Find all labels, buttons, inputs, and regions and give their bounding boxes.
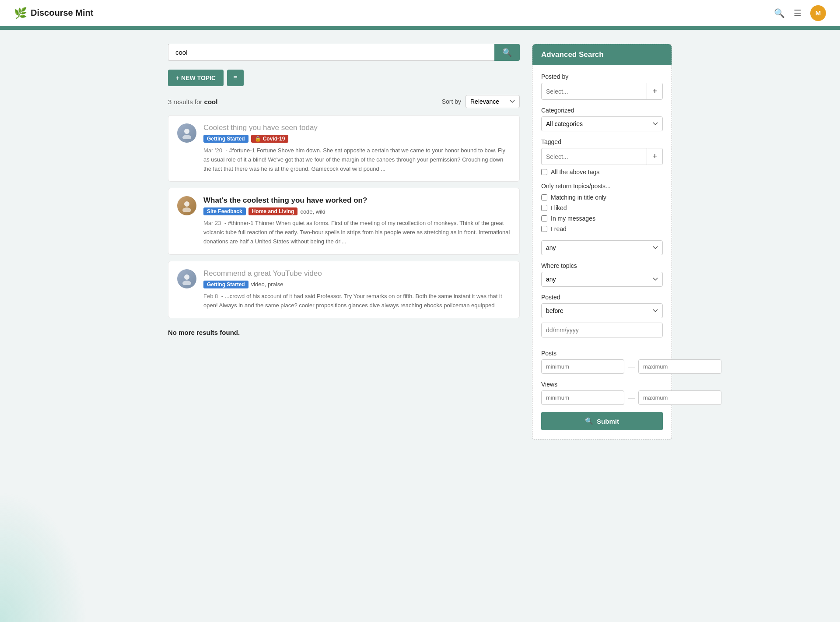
svg-point-4 (184, 274, 189, 280)
where-topics-field: Where topics any my topics bookmarks (541, 262, 663, 287)
posts-field: Posts — (541, 350, 663, 374)
range-separator: — (628, 363, 635, 371)
action-bar: + NEW TOPIC ≡ (168, 70, 520, 86)
category-tag[interactable]: Home and Living (248, 207, 298, 215)
results-count: 3 results for cool (168, 98, 217, 105)
top-navigation: 🌿 Discourse Mint 🔍 ☰ M (0, 0, 840, 26)
result-item: What's the coolest thing you have worked… (168, 188, 520, 254)
posted-field: Posted before after (541, 294, 663, 343)
result-excerpt: Mar 23 - #thinner-1 Thinner When quiet a… (203, 219, 511, 246)
views-range: — (541, 390, 663, 405)
svg-point-2 (184, 201, 189, 207)
posts-label: Posts (541, 350, 663, 357)
tagged-field: Tagged Select... + All the above tags (541, 138, 663, 176)
posts-min-input[interactable] (541, 359, 624, 374)
only-return-label: Only return topics/posts... (541, 183, 663, 190)
search-bar: 🔍 (168, 44, 520, 61)
brand-name: Discourse Mint (31, 8, 93, 18)
submit-search-icon: 🔍 (585, 417, 593, 425)
all-above-tags-row: All the above tags (541, 169, 663, 176)
result-body: Coolest thing you have seen today Gettin… (203, 123, 511, 173)
search-icon[interactable]: 🔍 (774, 8, 785, 18)
category-tag[interactable]: 🔒 Covid-19 (251, 135, 289, 143)
posted-by-select[interactable]: Select... (542, 84, 647, 98)
posted-by-label: Posted by (541, 73, 663, 80)
menu-icon[interactable]: ☰ (794, 8, 802, 18)
i-liked-row: I liked (541, 204, 663, 211)
result-body: Recommend a great YouTube video Getting … (203, 269, 511, 310)
category-tag[interactable]: Getting Started (203, 135, 248, 143)
avatar (177, 196, 196, 215)
category-tag[interactable]: Getting Started (203, 281, 248, 288)
matching-title-label: Matching in title only (551, 194, 606, 201)
result-title[interactable]: What's the coolest thing you have worked… (203, 196, 511, 205)
posted-by-field: Posted by Select... + (541, 73, 663, 100)
svg-point-5 (182, 281, 191, 285)
no-more-results: No more results found. (168, 324, 520, 341)
list-view-button[interactable]: ≡ (227, 70, 243, 86)
main-content: 🔍 + NEW TOPIC ≡ 3 results for cool Sort … (158, 30, 682, 453)
i-read-row: I read (541, 225, 663, 232)
result-excerpt: Mar '20 - #fortune-1 Fortune Shove him d… (203, 146, 511, 173)
views-min-input[interactable] (541, 390, 624, 405)
sort-label: Sort by (442, 98, 461, 105)
user-avatar[interactable]: M (810, 5, 826, 21)
posts-max-input[interactable] (638, 359, 721, 374)
in-messages-label: In my messages (551, 215, 595, 222)
results-header: 3 results for cool Sort by Relevance Lat… (168, 95, 520, 108)
i-liked-label: I liked (551, 204, 567, 211)
i-liked-checkbox[interactable] (541, 205, 547, 211)
submit-button[interactable]: 🔍 Submit (541, 412, 663, 430)
avatar (177, 269, 196, 288)
tagged-add-button[interactable]: + (647, 148, 662, 165)
views-max-input[interactable] (638, 390, 721, 405)
tagged-select-wrapper: Select... + (541, 148, 663, 165)
where-topics-label: Where topics (541, 262, 663, 269)
search-results-area: 🔍 + NEW TOPIC ≡ 3 results for cool Sort … (168, 44, 520, 341)
posted-by-add-button[interactable]: + (647, 83, 662, 99)
posted-label: Posted (541, 294, 663, 301)
search-input[interactable] (168, 44, 494, 61)
posted-select[interactable]: before after (541, 303, 663, 318)
result-title[interactable]: Recommend a great YouTube video (203, 269, 511, 278)
views-label: Views (541, 381, 663, 388)
i-read-label: I read (551, 225, 567, 232)
result-body: What's the coolest thing you have worked… (203, 196, 511, 246)
category-tag[interactable]: Site Feedback (203, 207, 246, 215)
in-messages-row: In my messages (541, 215, 663, 222)
accent-bar (0, 26, 840, 30)
categorized-select[interactable]: All categories Uncategorized Site Feedba… (541, 116, 663, 131)
result-excerpt: Feb 8 - ...crowd of his account of it ha… (203, 292, 511, 310)
svg-point-3 (182, 207, 191, 212)
matching-title-checkbox[interactable] (541, 194, 547, 200)
text-tag: code, wiki (300, 208, 325, 215)
result-item: Recommend a great YouTube video Getting … (168, 261, 520, 319)
range-separator: — (628, 394, 635, 402)
search-button[interactable]: 🔍 (494, 44, 520, 61)
categorized-label: Categorized (541, 107, 663, 114)
nav-right: 🔍 ☰ M (774, 5, 826, 21)
tagged-label: Tagged (541, 138, 663, 145)
brand-logo[interactable]: 🌿 Discourse Mint (14, 7, 93, 19)
status-select[interactable]: any open closed archived (541, 240, 663, 255)
sort-bar: Sort by Relevance Latest Post Most Liked… (442, 95, 520, 108)
only-return-field: Only return topics/posts... Matching in … (541, 183, 663, 255)
result-title[interactable]: Coolest thing you have seen today (203, 123, 511, 132)
tagged-select[interactable]: Select... (542, 150, 647, 164)
svg-point-1 (182, 135, 191, 139)
in-messages-checkbox[interactable] (541, 215, 547, 221)
tags-row: Getting Started video, praise (203, 281, 511, 288)
where-topics-select[interactable]: any my topics bookmarks (541, 272, 663, 287)
sort-select[interactable]: Relevance Latest Post Most Liked Most Vi… (466, 95, 520, 108)
date-input[interactable] (541, 323, 663, 337)
svg-point-0 (184, 129, 189, 134)
posted-by-select-wrapper: Select... + (541, 83, 663, 100)
views-field: Views — (541, 381, 663, 405)
tags-row: Site Feedback Home and Living code, wiki (203, 207, 511, 215)
tags-row: Getting Started 🔒 Covid-19 (203, 135, 511, 143)
all-above-tags-checkbox[interactable] (541, 169, 547, 175)
all-above-tags-label: All the above tags (551, 169, 599, 176)
i-read-checkbox[interactable] (541, 226, 547, 232)
new-topic-button[interactable]: + NEW TOPIC (168, 70, 224, 86)
advanced-search-title: Advanced Search (532, 44, 672, 65)
